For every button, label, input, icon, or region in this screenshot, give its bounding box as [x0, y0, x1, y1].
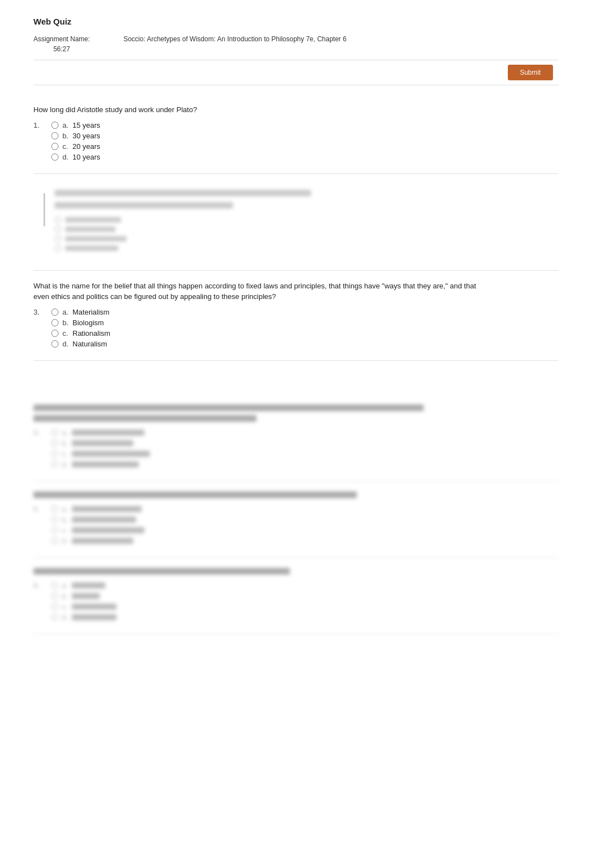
letter-1c: c.: [62, 142, 72, 151]
letter-3d: d.: [62, 340, 72, 348]
answer-3b[interactable]: b. Biologism: [51, 319, 110, 327]
q2-sidebar: [33, 190, 55, 226]
question-1-section: How long did Aristotle study and work un…: [33, 94, 559, 174]
answer-3c[interactable]: c. Rationalism: [51, 329, 110, 337]
page-wrapper: Web Quiz Assignment Name: 56:27 Soccio: …: [0, 0, 592, 696]
answer-1d[interactable]: d. 10 years: [51, 153, 100, 161]
question-3-section: What is the name for the belief that all…: [33, 271, 559, 361]
letter-1a: a.: [62, 121, 72, 129]
radio-1b[interactable]: [51, 132, 59, 139]
text-1c: 20 years: [72, 142, 100, 151]
radio-1a[interactable]: [51, 122, 59, 129]
question-1-answers: a. 15 years b. 30 years c. 20 years d. 1…: [51, 121, 100, 163]
letter-1b: b.: [62, 132, 72, 140]
question-1-number: 1.: [33, 121, 49, 129]
radio-3c[interactable]: [51, 330, 59, 337]
question-2-blurred: [33, 184, 559, 260]
question-5-blurred: 5. a. b. c. d.: [33, 481, 559, 558]
answer-3d[interactable]: d. Naturalism: [51, 340, 110, 348]
assignment-info: Assignment Name: 56:27 Soccio: Archetype…: [33, 34, 559, 54]
radio-3a[interactable]: [51, 308, 59, 316]
text-1b: 30 years: [72, 132, 100, 140]
question-1-row: 1. a. 15 years b. 30 years c. 20 years: [33, 121, 559, 163]
spacer-1: [33, 361, 559, 394]
question-3-row: 3. a. Materialism b. Biologism c. Ration…: [33, 308, 559, 350]
radio-3d[interactable]: [51, 340, 59, 348]
text-1a: 15 years: [72, 121, 100, 129]
letter-3b: b.: [62, 319, 72, 327]
assignment-label: Assignment Name: 56:27: [33, 34, 90, 54]
page-title: Web Quiz: [33, 17, 559, 26]
answer-3a[interactable]: a. Materialism: [51, 308, 110, 316]
text-3b: Biologism: [72, 319, 104, 327]
question-6-blurred: 6. a. b. c. d.: [33, 558, 559, 634]
question-4-blurred: 4. a. b. c. d.: [33, 394, 559, 481]
radio-1c[interactable]: [51, 143, 59, 150]
letter-3c: c.: [62, 329, 72, 337]
question-3-text: What is the name for the belief that all…: [33, 281, 491, 302]
text-3d: Naturalism: [72, 340, 107, 348]
assignment-value: Soccio: Archetypes of Wisdom: An Introdu…: [123, 34, 346, 44]
question-3-answers: a. Materialism b. Biologism c. Rationali…: [51, 308, 110, 350]
answer-1c[interactable]: c. 20 years: [51, 142, 100, 151]
question-1-text: How long did Aristotle study and work un…: [33, 104, 491, 115]
spacer-bottom: [33, 634, 559, 679]
text-3c: Rationalism: [72, 329, 110, 337]
question-3-number: 3.: [33, 308, 49, 316]
radio-3b[interactable]: [51, 319, 59, 326]
letter-3a: a.: [62, 308, 72, 316]
top-bar: Submit: [33, 60, 559, 85]
answer-1a[interactable]: a. 15 years: [51, 121, 100, 129]
letter-1d: d.: [62, 153, 72, 161]
question-2-section: [33, 174, 559, 271]
radio-1d[interactable]: [51, 153, 59, 161]
submit-button[interactable]: Submit: [508, 65, 553, 80]
text-3a: Materialism: [72, 308, 109, 316]
answer-1b[interactable]: b. 30 years: [51, 132, 100, 140]
text-1d: 10 years: [72, 153, 100, 161]
